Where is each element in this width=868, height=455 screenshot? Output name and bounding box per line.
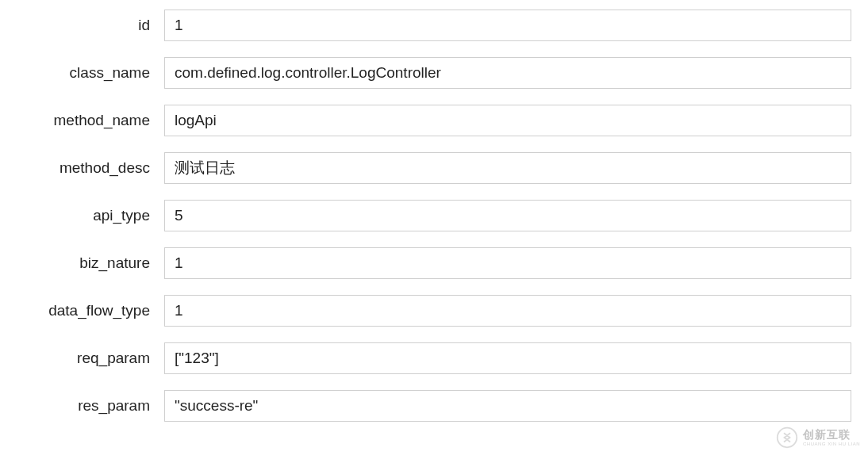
input-method-desc[interactable] bbox=[164, 152, 851, 184]
input-class-name[interactable] bbox=[164, 57, 851, 89]
form-container: id class_name method_name method_desc ap… bbox=[10, 10, 858, 422]
form-row-res-param: res_param bbox=[10, 390, 858, 422]
label-data-flow-type: data_flow_type bbox=[10, 302, 164, 319]
label-api-type: api_type bbox=[10, 207, 164, 224]
input-data-flow-type[interactable] bbox=[164, 295, 851, 327]
label-method-desc: method_desc bbox=[10, 159, 164, 177]
input-biz-nature[interactable] bbox=[164, 247, 851, 279]
watermark-text: 创新互联 CHUANG XIN HU LIAN bbox=[803, 429, 860, 446]
form-row-method-desc: method_desc bbox=[10, 152, 858, 184]
watermark-main-text: 创新互联 bbox=[803, 429, 860, 440]
form-row-req-param: req_param bbox=[10, 342, 858, 374]
label-id: id bbox=[10, 17, 164, 34]
watermark: 创新互联 CHUANG XIN HU LIAN bbox=[776, 426, 860, 449]
form-row-data-flow-type: data_flow_type bbox=[10, 295, 858, 327]
label-class-name: class_name bbox=[10, 64, 164, 82]
form-row-method-name: method_name bbox=[10, 105, 858, 136]
label-method-name: method_name bbox=[10, 112, 164, 129]
input-id[interactable] bbox=[164, 10, 851, 41]
svg-point-0 bbox=[778, 428, 797, 448]
form-row-api-type: api_type bbox=[10, 200, 858, 231]
input-method-name[interactable] bbox=[164, 105, 851, 136]
input-res-param[interactable] bbox=[164, 390, 851, 422]
watermark-logo-icon bbox=[776, 426, 798, 449]
form-row-biz-nature: biz_nature bbox=[10, 247, 858, 279]
label-biz-nature: biz_nature bbox=[10, 254, 164, 272]
form-row-class-name: class_name bbox=[10, 57, 858, 89]
input-api-type[interactable] bbox=[164, 200, 851, 231]
watermark-sub-text: CHUANG XIN HU LIAN bbox=[803, 442, 860, 446]
form-row-id: id bbox=[10, 10, 858, 41]
label-res-param: res_param bbox=[10, 397, 164, 415]
label-req-param: req_param bbox=[10, 350, 164, 367]
input-req-param[interactable] bbox=[164, 342, 851, 374]
